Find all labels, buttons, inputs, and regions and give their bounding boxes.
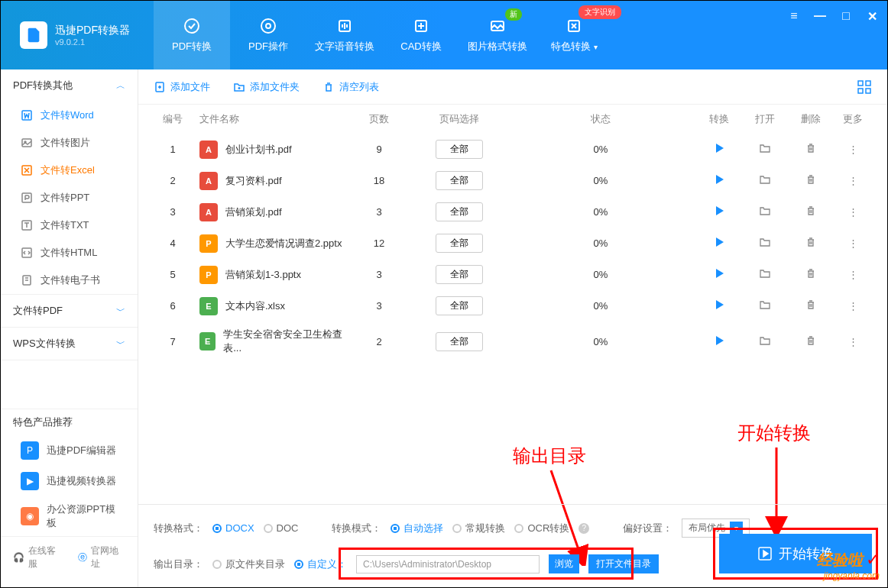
mode-normal-radio[interactable]: 常规转换 bbox=[452, 522, 505, 535]
format-doc-radio[interactable]: DOC bbox=[264, 522, 299, 534]
open-folder-button[interactable] bbox=[759, 176, 771, 188]
pdf-editor-icon: P bbox=[21, 441, 39, 460]
delete-row-button[interactable] bbox=[805, 145, 817, 157]
open-folder-button[interactable] bbox=[759, 302, 771, 313]
table-row: 7 E 学生安全宿舍安全卫生检查表... 2 全部 0% ⋮ bbox=[138, 321, 887, 361]
more-button[interactable]: ⋮ bbox=[848, 300, 858, 312]
table-row: 2 A 复习资料.pdf 18 全部 0% ⋮ bbox=[138, 165, 887, 196]
page-select-button[interactable]: 全部 bbox=[436, 332, 483, 351]
tab-cad[interactable]: CAD转换 bbox=[383, 1, 459, 69]
delete-row-button[interactable] bbox=[805, 302, 817, 313]
chevron-down-icon: ▾ bbox=[594, 43, 598, 51]
convert-row-button[interactable] bbox=[713, 145, 725, 157]
video-icon: ▶ bbox=[21, 472, 39, 490]
svg-rect-18 bbox=[858, 89, 863, 93]
close-button[interactable]: ✕ bbox=[866, 10, 878, 22]
convert-row-button[interactable] bbox=[713, 302, 725, 313]
xls-file-icon: E bbox=[199, 297, 218, 315]
chevron-down-icon: ﹀ bbox=[116, 338, 125, 351]
file-name: 营销策划1-3.pptx bbox=[225, 268, 301, 282]
clear-list-button[interactable]: 清空列表 bbox=[322, 80, 379, 94]
convert-row-button[interactable] bbox=[713, 176, 725, 188]
file-name: 营销策划.pdf bbox=[225, 205, 282, 219]
html-icon bbox=[21, 247, 33, 259]
convert-row-button[interactable] bbox=[713, 239, 725, 250]
page-select-button[interactable]: 全部 bbox=[436, 234, 483, 253]
mode-ocr-radio[interactable]: OCR转换 bbox=[514, 522, 569, 535]
delete-row-button[interactable] bbox=[805, 338, 817, 349]
format-docx-radio[interactable]: DOCX bbox=[212, 522, 254, 534]
menu-button[interactable]: ≡ bbox=[788, 10, 800, 22]
delete-row-button[interactable] bbox=[805, 239, 817, 250]
special-icon bbox=[565, 17, 583, 35]
open-folder-button[interactable] bbox=[759, 145, 771, 157]
add-file-icon bbox=[154, 81, 166, 93]
sidebar-item-to-txt[interactable]: 文件转TXT bbox=[1, 212, 138, 239]
open-folder-button[interactable] bbox=[759, 270, 771, 282]
headset-icon: 🎧 bbox=[13, 552, 24, 563]
help-icon[interactable]: ? bbox=[578, 523, 589, 534]
delete-row-button[interactable] bbox=[805, 270, 817, 282]
delete-row-button[interactable] bbox=[805, 176, 817, 188]
recommend-ppt-template[interactable]: ◉ 办公资源PPT模板 bbox=[1, 496, 138, 536]
more-button[interactable]: ⋮ bbox=[848, 175, 858, 186]
sidebar-item-to-ppt[interactable]: 文件转PPT bbox=[1, 184, 138, 212]
tab-special[interactable]: 特色转换▾ 文字识别 bbox=[536, 1, 612, 69]
tab-pdf-operate[interactable]: PDF操作 bbox=[230, 1, 306, 69]
table-row: 3 A 营销策划.pdf 3 全部 0% ⋮ bbox=[138, 196, 887, 228]
ppt-icon bbox=[21, 192, 33, 204]
add-folder-button[interactable]: 添加文件夹 bbox=[233, 80, 300, 94]
page-select-button[interactable]: 全部 bbox=[436, 171, 483, 190]
convert-row-button[interactable] bbox=[713, 270, 725, 282]
convert-row-button[interactable] bbox=[713, 208, 725, 219]
pdf-file-icon: A bbox=[199, 172, 218, 190]
sidebar-item-to-image[interactable]: 文件转图片 bbox=[1, 129, 138, 157]
page-select-button[interactable]: 全部 bbox=[436, 265, 483, 284]
page-select-button[interactable]: 全部 bbox=[436, 296, 483, 315]
mode-auto-radio[interactable]: 自动选择 bbox=[391, 522, 443, 535]
view-toggle[interactable] bbox=[857, 79, 872, 95]
output-orig-radio[interactable]: 原文件夹目录 bbox=[212, 557, 285, 571]
xls-file-icon: E bbox=[199, 332, 216, 351]
app-logo-icon bbox=[20, 21, 47, 49]
sidebar-item-to-html[interactable]: 文件转HTML bbox=[1, 239, 138, 267]
more-button[interactable]: ⋮ bbox=[848, 237, 858, 249]
minimize-button[interactable]: — bbox=[814, 10, 826, 22]
table-header: 编号 文件名称 页数 页码选择 状态 转换 打开 删除 更多 bbox=[138, 105, 887, 134]
delete-row-button[interactable] bbox=[805, 208, 817, 219]
more-button[interactable]: ⋮ bbox=[848, 206, 858, 218]
tab-text-voice[interactable]: 文字语音转换 bbox=[306, 1, 383, 69]
sidebar-item-to-ebook[interactable]: 文件转电子书 bbox=[1, 267, 138, 294]
recommend-video-converter[interactable]: ▶ 迅捷视频转换器 bbox=[1, 466, 138, 496]
recommend-pdf-editor[interactable]: P 迅捷PDF编辑器 bbox=[1, 435, 138, 466]
official-site-link[interactable]: ⓔ 官网地址 bbox=[78, 544, 125, 570]
file-name: 创业计划书.pdf bbox=[225, 143, 292, 157]
tab-pdf-convert[interactable]: PDF转换 bbox=[154, 1, 230, 69]
open-folder-button[interactable] bbox=[759, 239, 771, 250]
table-row: 4 P 大学生恋爱情况调查2.pptx 12 全部 0% ⋮ bbox=[138, 228, 887, 259]
open-folder-button[interactable] bbox=[759, 338, 771, 349]
online-service-link[interactable]: 🎧 在线客服 bbox=[13, 544, 63, 570]
tab-image-format[interactable]: 图片格式转换 新 bbox=[459, 1, 536, 69]
sidebar-item-to-excel[interactable]: 文件转Excel bbox=[1, 157, 138, 184]
open-folder-button[interactable] bbox=[759, 208, 771, 219]
convert-row-button[interactable] bbox=[713, 338, 725, 349]
sidebar-section-to-pdf[interactable]: 文件转PDF ﹀ bbox=[1, 295, 138, 327]
sidebar-item-to-word[interactable]: 文件转Word bbox=[1, 102, 138, 129]
more-button[interactable]: ⋮ bbox=[848, 144, 858, 155]
more-button[interactable]: ⋮ bbox=[848, 336, 858, 347]
maximize-button[interactable]: □ bbox=[840, 10, 852, 22]
excel-icon bbox=[21, 164, 33, 176]
file-name: 文本内容.xlsx bbox=[225, 299, 285, 313]
sidebar-section-pdf-to-other[interactable]: PDF转换其他 ︿ bbox=[1, 69, 138, 102]
page-select-button[interactable]: 全部 bbox=[436, 202, 483, 221]
trash-icon bbox=[322, 81, 335, 93]
more-button[interactable]: ⋮ bbox=[848, 269, 858, 280]
chevron-up-icon: ︿ bbox=[116, 79, 125, 92]
sidebar-section-wps[interactable]: WPS文件转换 ﹀ bbox=[1, 328, 138, 360]
svg-rect-11 bbox=[22, 193, 31, 202]
highlight-start-box bbox=[713, 528, 878, 580]
add-file-button[interactable]: 添加文件 bbox=[154, 80, 210, 94]
cad-icon bbox=[412, 17, 430, 35]
page-select-button[interactable]: 全部 bbox=[436, 140, 483, 159]
